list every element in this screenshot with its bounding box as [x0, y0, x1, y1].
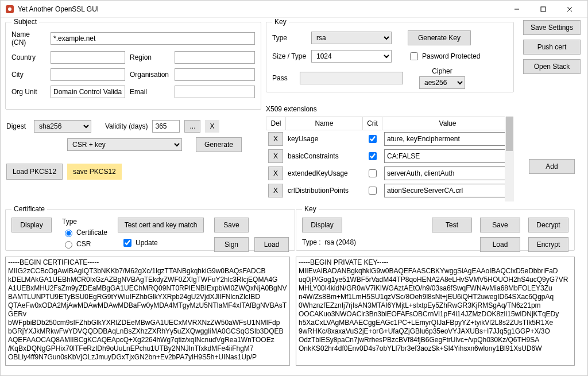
- key-type-readonly-label: Type :: [302, 238, 321, 246]
- ext-crit-checkbox[interactable]: [369, 187, 377, 195]
- ext-col-del: Del: [266, 117, 286, 130]
- ext-value-input[interactable]: [384, 149, 510, 163]
- title-bar: Yet Another OpenSSL GUI: [1, 1, 587, 18]
- city-input[interactable]: [51, 68, 125, 81]
- org-label: Organisation: [130, 71, 170, 79]
- key-decrypt-button[interactable]: Decrypt: [528, 218, 568, 232]
- ext-add-button[interactable]: Add: [529, 159, 575, 174]
- svg-point-1: [8, 7, 11, 11]
- maximize-button[interactable]: [530, 1, 556, 18]
- digest-label: Digest: [6, 122, 29, 130]
- load-pkcs12-button[interactable]: Load PKCS12: [6, 164, 63, 180]
- cert-legend: Certificate: [11, 205, 47, 213]
- app-window: Yet Another OpenSSL GUI Save Settings Pu…: [0, 0, 588, 376]
- cert-save-button[interactable]: Save: [214, 218, 249, 232]
- email-label: Email: [130, 88, 170, 96]
- ext-value-input[interactable]: [384, 166, 510, 180]
- cert-type-label: Type: [62, 218, 107, 226]
- country-label: Country: [11, 53, 46, 61]
- minimize-button[interactable]: [504, 1, 530, 18]
- ext-value-input[interactable]: [384, 132, 510, 146]
- test-match-button[interactable]: Test cert and key match: [118, 218, 204, 232]
- key-type-select[interactable]: rsa: [311, 32, 392, 44]
- update-check[interactable]: Update: [121, 237, 204, 249]
- pass-label: Pass: [272, 74, 295, 82]
- validity-input[interactable]: [152, 120, 180, 133]
- ext-name: keyUsage: [285, 135, 362, 143]
- key-display-button[interactable]: Display: [302, 218, 342, 232]
- key-size-label: Size / Type: [272, 52, 307, 60]
- city-label: City: [11, 71, 46, 79]
- key-save-button[interactable]: Save: [480, 218, 520, 232]
- ext-crit-checkbox[interactable]: [369, 169, 377, 177]
- key-panel-legend: Key: [302, 205, 319, 213]
- key-group: Key Type rsa Generate Key Size / Type 10…: [266, 18, 514, 92]
- ext-scroll-thumb[interactable]: [506, 117, 513, 151]
- generate-key-button[interactable]: Generate Key: [408, 30, 471, 45]
- ext-del-button[interactable]: X: [268, 149, 283, 163]
- save-pkcs12-button[interactable]: save PKCS12: [67, 164, 122, 180]
- cert-load-button[interactable]: Load: [254, 237, 289, 252]
- digest-select[interactable]: sha256: [34, 120, 91, 133]
- ext-row: XextendedKeyUsage: [266, 165, 514, 182]
- key-type-label: Type: [272, 34, 307, 42]
- app-icon: [5, 5, 14, 14]
- ext-value-input[interactable]: [384, 184, 510, 197]
- ext-table: Del Name Crit Value XkeyUsageXbasicConst…: [266, 117, 514, 201]
- key-panel: Key Display Type : rsa (2048) Test Save …: [296, 205, 575, 251]
- ext-name: basicConstraints: [285, 152, 362, 160]
- ext-name: extendedKeyUsage: [285, 169, 362, 177]
- pw-protected-check[interactable]: Pasword Protected: [408, 51, 480, 62]
- ext-row: XbasicConstraints: [266, 148, 514, 165]
- ext-row: XcrlDistributionPoints: [266, 182, 514, 199]
- cert-text-area[interactable]: -----BEGIN CERTIFICATE----- MIIG2zCCBcOg…: [5, 257, 290, 366]
- cert-panel: Certificate Display Type Certificate CSR…: [5, 205, 295, 251]
- ext-scrollbar[interactable]: [505, 117, 514, 201]
- ext-crit-checkbox[interactable]: [369, 135, 377, 143]
- validity-clear-button[interactable]: X: [205, 120, 219, 133]
- ext-col-crit: Crit: [363, 117, 382, 130]
- open-stack-button[interactable]: Open Stack: [523, 59, 581, 74]
- pass-input[interactable]: [300, 72, 403, 84]
- push-cert-button[interactable]: Push cert: [523, 40, 581, 55]
- key-type-value: rsa (2048): [324, 238, 356, 246]
- cipher-label: Cipher: [432, 67, 452, 75]
- ext-crit-checkbox[interactable]: [369, 152, 377, 160]
- cn-label: Name (CN): [11, 30, 46, 46]
- key-text-area[interactable]: -----BEGIN PRIVATE KEY----- MIIEvAIBADAN…: [296, 257, 575, 366]
- orgunit-label: Org Unit: [11, 88, 46, 96]
- ext-del-button[interactable]: X: [268, 184, 283, 197]
- ext-col-name: Name: [286, 117, 363, 130]
- region-input[interactable]: [175, 51, 255, 64]
- cn-input[interactable]: [51, 32, 255, 45]
- region-label: Region: [130, 53, 170, 61]
- content-area: Save Settings Push cert Open Stack Subje…: [1, 18, 587, 375]
- validity-browse-button[interactable]: ...: [184, 120, 200, 133]
- email-input[interactable]: [175, 86, 255, 98]
- ext-del-button[interactable]: X: [268, 132, 283, 146]
- key-test-button[interactable]: Test: [432, 218, 472, 232]
- country-input[interactable]: [51, 51, 125, 64]
- key-encrypt-button[interactable]: Encrypt: [528, 237, 568, 252]
- cert-type-cert[interactable]: Certificate: [62, 228, 107, 237]
- ext-del-button[interactable]: X: [268, 166, 283, 180]
- save-settings-button[interactable]: Save Settings: [523, 20, 581, 35]
- cert-type-csr[interactable]: CSR: [62, 239, 107, 249]
- key-load-button[interactable]: Load: [480, 237, 520, 252]
- org-input[interactable]: [175, 68, 255, 81]
- pw-protected-checkbox[interactable]: [410, 52, 418, 60]
- cert-sign-button[interactable]: Sign: [214, 237, 249, 252]
- ext-header: Del Name Crit Value: [266, 117, 514, 130]
- ext-row: XkeyUsage: [266, 130, 514, 148]
- key-size-select[interactable]: 1024: [311, 50, 392, 63]
- cipher-select[interactable]: aes256: [419, 76, 465, 89]
- mode-select[interactable]: CSR + key: [67, 138, 182, 151]
- ext-col-value: Value: [382, 117, 513, 130]
- validity-label: Validity (days): [105, 122, 148, 130]
- generate-button[interactable]: Generate: [196, 137, 242, 152]
- subject-legend: Subject: [11, 18, 39, 26]
- close-button[interactable]: [556, 1, 583, 18]
- window-title: Yet Another OpenSSL GUI: [18, 5, 504, 13]
- cert-display-button[interactable]: Display: [11, 218, 52, 232]
- orgunit-input[interactable]: [51, 86, 125, 98]
